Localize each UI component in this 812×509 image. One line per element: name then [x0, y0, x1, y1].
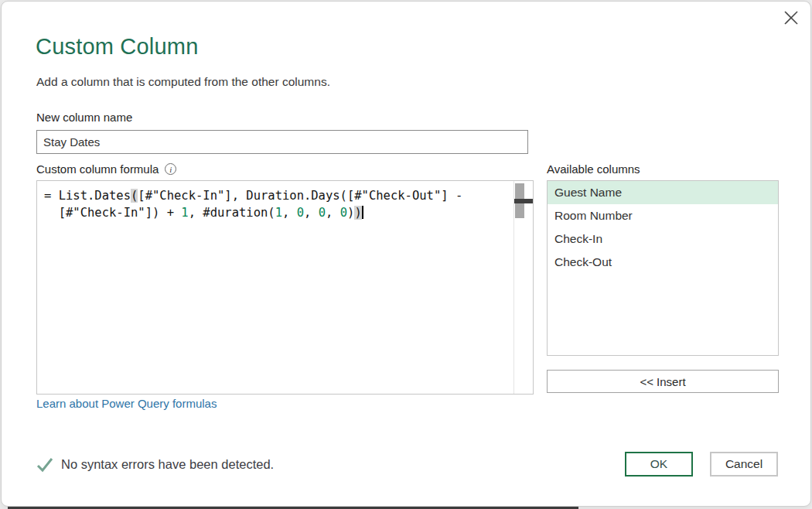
column-list-item[interactable]: Room Number: [548, 204, 778, 227]
column-list-item[interactable]: Check-In: [548, 227, 778, 251]
formula-token: , #duration(: [189, 206, 275, 220]
formula-scrollbar[interactable]: [513, 181, 533, 394]
custom-column-dialog: Custom Column Add a column that is compu…: [1, 1, 811, 507]
formula-token: 0: [319, 206, 326, 220]
ok-button[interactable]: OK: [625, 452, 693, 477]
text-cursor: [362, 206, 363, 219]
cancel-button[interactable]: Cancel: [710, 452, 778, 477]
available-columns-list[interactable]: Guest NameRoom NumberCheck-InCheck-Out: [547, 180, 779, 356]
dialog-subtitle: Add a column that is computed from the o…: [36, 75, 330, 89]
learn-formulas-link[interactable]: Learn about Power Query formulas: [36, 397, 217, 410]
new-column-name-label: New column name: [36, 111, 132, 124]
formula-token: ,: [326, 206, 340, 220]
info-icon[interactable]: i: [165, 163, 176, 175]
new-column-name-input[interactable]: [36, 130, 528, 154]
formula-token: (: [131, 189, 138, 203]
formula-token: 1: [181, 206, 188, 220]
formula-editor[interactable]: = List.Dates([#"Check-In"], Duration.Day…: [36, 180, 534, 395]
scroll-position-marker: [514, 199, 533, 203]
formula-token: 0: [297, 206, 304, 220]
formula-token: ,: [282, 206, 297, 220]
formula-token: 0: [340, 206, 347, 220]
dialog-title: Custom Column: [36, 34, 199, 60]
formula-label-row: Custom column formula i: [36, 162, 176, 176]
column-list-item[interactable]: Guest Name: [548, 181, 778, 204]
close-icon: [782, 9, 800, 27]
available-columns-label: Available columns: [547, 162, 640, 176]
formula-token: ,: [304, 206, 319, 220]
formula-token: = List.Dates: [44, 189, 131, 203]
insert-button[interactable]: << Insert: [547, 370, 779, 393]
success-check-icon: [36, 456, 54, 474]
formula-code[interactable]: = List.Dates([#"Check-In"], Duration.Day…: [37, 181, 533, 228]
status-message: No syntax errors have been detected.: [61, 457, 274, 472]
formula-token: ): [354, 206, 361, 220]
close-button[interactable]: [782, 9, 800, 27]
formula-token: ): [347, 206, 354, 220]
column-list-item[interactable]: Check-Out: [548, 251, 778, 274]
formula-token: 1: [275, 206, 282, 220]
formula-label: Custom column formula: [36, 162, 159, 176]
